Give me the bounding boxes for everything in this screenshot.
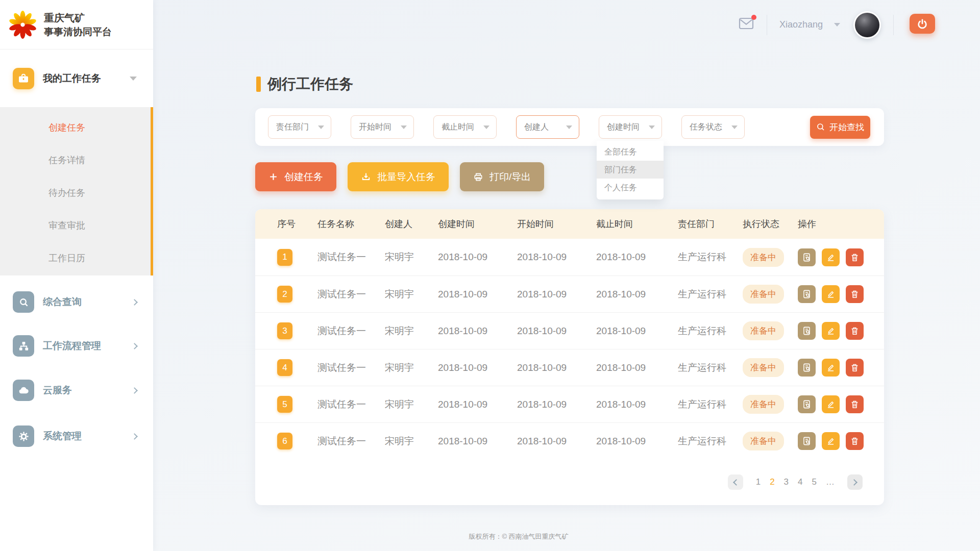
filter-bar: 责任部门 开始时间 截止时间 创建人 创建时间 任务状态: [255, 108, 884, 146]
filter-dropdown[interactable]: 责任部门: [268, 115, 331, 139]
creator-cell: 宋明宇: [385, 251, 438, 264]
delete-task-button[interactable]: [846, 395, 864, 413]
page-number[interactable]: 4: [798, 477, 802, 487]
username-label[interactable]: Xiaozhang: [779, 19, 823, 30]
filter-dropdown[interactable]: 开始时间: [351, 115, 414, 139]
create-task-button[interactable]: 创建任务: [255, 162, 336, 191]
chevron-right-icon: [131, 343, 138, 349]
table-row: 3 测试任务一 宋明宇 2018-10-09 2018-10-09 2018-1…: [255, 312, 884, 349]
edit-task-button[interactable]: [822, 285, 840, 303]
column-header: 序号: [277, 218, 317, 230]
delete-task-button[interactable]: [846, 285, 864, 303]
page-list: 12345…: [751, 477, 839, 487]
filter-dropdown[interactable]: 创建人: [516, 115, 579, 139]
view-task-button[interactable]: [798, 359, 816, 377]
print-export-button[interactable]: 打印/导出: [460, 162, 544, 191]
chevron-down-icon: [731, 126, 738, 129]
trash-icon: [850, 399, 860, 409]
page-number[interactable]: 3: [784, 477, 789, 487]
sidebar-item-my-tasks[interactable]: 我的工作任务: [0, 49, 153, 107]
start-date-cell: 2018-10-09: [517, 325, 596, 337]
divider: [893, 15, 894, 35]
active-section-indicator: [151, 107, 153, 276]
actions-row: 创建任务 批量导入任务 打印/导出: [255, 162, 544, 191]
page-number[interactable]: 1: [756, 477, 761, 487]
end-date-cell: 2018-10-09: [596, 399, 678, 410]
page-number[interactable]: 2: [770, 477, 774, 487]
page-title: 例行工作任务: [256, 74, 353, 94]
download-icon: [361, 172, 371, 182]
start-date-cell: 2018-10-09: [517, 399, 596, 410]
page-number[interactable]: …: [826, 477, 835, 487]
brand-line2: 事事清协同平台: [44, 25, 112, 39]
row-number-badge: 6: [277, 433, 292, 449]
trash-icon: [850, 436, 860, 446]
submenu-item[interactable]: 创建任务: [0, 111, 153, 144]
edit-task-button[interactable]: [822, 248, 840, 266]
column-header: 任务名称: [317, 218, 385, 230]
previous-page-button[interactable]: [728, 474, 743, 490]
dropdown-option[interactable]: 部门任务: [597, 161, 664, 179]
logout-power-button[interactable]: [910, 14, 935, 34]
operations-cell: [798, 248, 884, 266]
sidebar-item-label: 综合查询: [43, 295, 82, 309]
mail-icon[interactable]: [738, 17, 754, 30]
view-task-button[interactable]: [798, 322, 816, 340]
task-type-dropdown-menu: 全部任务部门任务个人任务: [597, 141, 664, 199]
view-task-button[interactable]: [798, 432, 816, 450]
search-icon: [13, 291, 34, 313]
edit-task-button[interactable]: [822, 359, 840, 377]
filter-label: 责任部门: [276, 122, 309, 133]
filter-dropdown[interactable]: 创建时间: [599, 115, 662, 139]
edit-task-button[interactable]: [822, 432, 840, 450]
page-number[interactable]: 5: [812, 477, 817, 487]
row-number-badge: 5: [277, 396, 292, 413]
sidebar-item-system[interactable]: 系统管理: [0, 421, 153, 451]
document-search-icon: [802, 326, 812, 336]
created-date-cell: 2018-10-09: [438, 399, 517, 410]
main-content: 例行工作任务 责任部门 开始时间 截止时间 创建人 创建时间: [153, 0, 980, 551]
view-task-button[interactable]: [798, 248, 816, 266]
delete-task-button[interactable]: [846, 359, 864, 377]
sidebar-item-query[interactable]: 综合查询: [0, 287, 153, 317]
filter-label: 开始时间: [359, 122, 391, 133]
next-page-button[interactable]: [847, 474, 863, 490]
created-date-cell: 2018-10-09: [438, 325, 517, 337]
chevron-down-icon: [566, 126, 572, 129]
user-avatar[interactable]: [853, 11, 881, 39]
row-number-cell: 6: [277, 433, 317, 449]
submenu-item[interactable]: 审查审批: [0, 209, 153, 242]
creator-cell: 宋明宇: [385, 361, 438, 374]
avatar-photo: [855, 13, 879, 37]
delete-task-button[interactable]: [846, 322, 864, 340]
creator-cell: 宋明宇: [385, 324, 438, 338]
task-name-cell: 测试任务一: [317, 435, 385, 448]
chevron-right-icon: [131, 433, 138, 440]
dropdown-option[interactable]: 全部任务: [597, 143, 664, 161]
submenu-item[interactable]: 任务详情: [0, 144, 153, 177]
edit-task-button[interactable]: [822, 395, 840, 413]
sidebar-item-cloud[interactable]: 云服务: [0, 375, 153, 405]
delete-task-button[interactable]: [846, 432, 864, 450]
filter-dropdown[interactable]: 任务状态: [681, 115, 745, 139]
created-date-cell: 2018-10-09: [438, 252, 517, 263]
submenu-item[interactable]: 工作日历: [0, 242, 153, 274]
dropdown-option[interactable]: 个人任务: [597, 179, 664, 196]
sidebar-item-workflow[interactable]: 工作流程管理: [0, 331, 153, 361]
search-button[interactable]: 开始查找: [810, 116, 870, 139]
department-cell: 生产运行科: [678, 251, 743, 264]
task-name-cell: 测试任务一: [317, 361, 385, 374]
delete-task-button[interactable]: [846, 248, 864, 266]
chevron-left-icon: [733, 479, 740, 486]
view-task-button[interactable]: [798, 395, 816, 413]
view-task-button[interactable]: [798, 285, 816, 303]
submenu-item[interactable]: 待办任务: [0, 177, 153, 209]
edit-task-button[interactable]: [822, 322, 840, 340]
start-date-cell: 2018-10-09: [517, 252, 596, 263]
chevron-down-icon: [401, 126, 407, 129]
chevron-down-icon[interactable]: [834, 23, 840, 27]
filter-dropdown[interactable]: 截止时间: [433, 115, 497, 139]
filter-list: 责任部门 开始时间 截止时间 创建人 创建时间 任务状态: [268, 115, 745, 139]
batch-import-button[interactable]: 批量导入任务: [348, 162, 449, 191]
sitemap-icon: [13, 335, 34, 357]
